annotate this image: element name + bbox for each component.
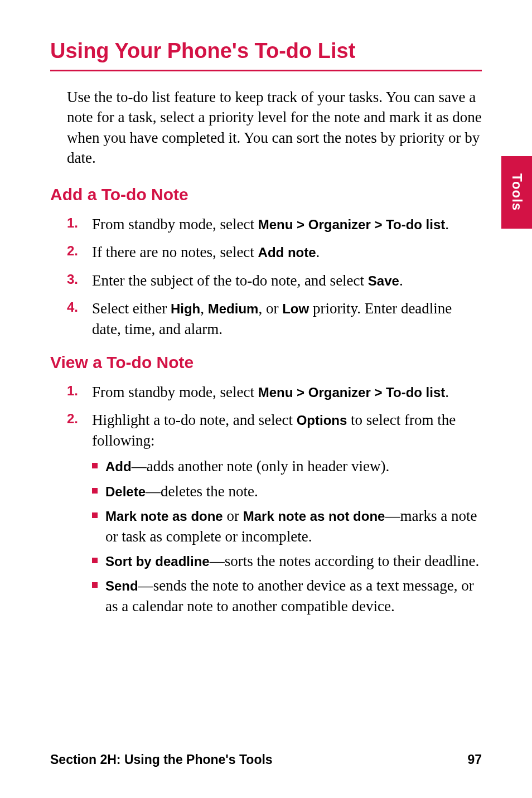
footer-section-title: Section 2H: Using the Phone's Tools (50, 752, 273, 767)
step-2: 2. If there are no notes, select Add not… (67, 242, 482, 262)
intro-paragraph: Use the to-do list feature to keep track… (67, 87, 482, 168)
option-send: Send—sends the note to another device as… (92, 575, 482, 616)
ui-label-options: Options (297, 413, 347, 428)
priority-medium: Medium (208, 301, 259, 316)
bullet-icon (92, 488, 98, 494)
step-3: 3. Enter the subject of the to-do note, … (67, 270, 482, 291)
view-note-steps: 1. From standby mode, select Menu > Orga… (67, 382, 482, 621)
step-text: From standby mode, select Menu > Organiz… (92, 382, 482, 402)
page-title: Using Your Phone's To-do List (50, 39, 482, 71)
heading-view-todo-note: View a To-do Note (50, 353, 482, 372)
step-text: If there are no notes, select Add note. (92, 242, 482, 262)
bullet-icon (92, 582, 98, 588)
step-1: 1. From standby mode, select Menu > Orga… (67, 214, 482, 234)
step-2: 2. Highlight a to-do note, and select Op… (67, 410, 482, 621)
add-note-steps: 1. From standby mode, select Menu > Orga… (67, 214, 482, 339)
footer-page-number: 97 (467, 752, 482, 767)
option-mark-done: Mark note as done or Mark note as not do… (92, 506, 482, 546)
options-list: Add—adds another note (only in header vi… (92, 456, 482, 616)
step-text: From standby mode, select Menu > Organiz… (92, 214, 482, 234)
section-tab-tools: Tools (501, 156, 532, 229)
step-number: 1. (67, 214, 92, 231)
step-number: 3. (67, 270, 92, 287)
heading-add-todo-note: Add a To-do Note (50, 185, 482, 204)
manual-page: Tools Using Your Phone's To-do List Use … (0, 0, 532, 798)
option-sort-by-deadline: Sort by deadline—sorts the notes accordi… (92, 551, 482, 571)
ui-label-add-note: Add note (258, 245, 316, 260)
option-add: Add—adds another note (only in header vi… (92, 456, 482, 476)
priority-low: Low (282, 301, 309, 316)
bullet-icon (92, 463, 98, 468)
step-text: Enter the subject of the to-do note, and… (92, 270, 482, 291)
step-text: Highlight a to-do note, and select Optio… (92, 410, 482, 621)
ui-label-save: Save (368, 273, 399, 288)
step-1: 1. From standby mode, select Menu > Orga… (67, 382, 482, 402)
step-number: 4. (67, 298, 92, 315)
menu-path: Menu > Organizer > To-do list (258, 385, 446, 400)
option-delete: Delete—deletes the note. (92, 481, 482, 501)
bullet-icon (92, 558, 98, 563)
page-footer: Section 2H: Using the Phone's Tools 97 (50, 752, 482, 767)
bullet-icon (92, 512, 98, 518)
menu-path: Menu > Organizer > To-do list (258, 217, 446, 232)
step-text: Select either High, Medium, or Low prior… (92, 298, 482, 339)
section-tab-label: Tools (509, 173, 525, 211)
step-number: 2. (67, 410, 92, 427)
step-number: 1. (67, 382, 92, 399)
priority-high: High (171, 301, 200, 316)
step-4: 4. Select either High, Medium, or Low pr… (67, 298, 482, 339)
step-number: 2. (67, 242, 92, 259)
